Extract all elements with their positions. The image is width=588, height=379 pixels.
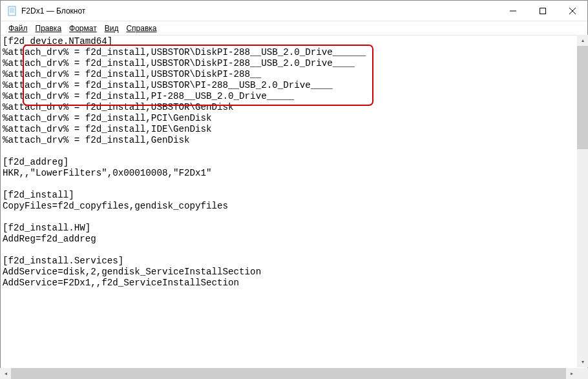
horizontal-scroll-thumb[interactable] bbox=[11, 368, 566, 379]
scroll-down-arrow-icon[interactable]: ▾ bbox=[577, 356, 588, 367]
vertical-scroll-thumb[interactable] bbox=[577, 46, 588, 149]
scroll-left-arrow-icon[interactable]: ◂ bbox=[0, 368, 11, 379]
window-controls bbox=[498, 1, 587, 21]
editor-text[interactable]: [f2d_device.NTamd64] %attach_drv% = f2d_… bbox=[1, 36, 587, 367]
close-button[interactable] bbox=[558, 1, 587, 21]
menu-file[interactable]: Файл bbox=[5, 23, 32, 34]
maximize-button[interactable] bbox=[528, 1, 558, 21]
svg-line-7 bbox=[569, 8, 576, 14]
window-title: F2Dx1 — Блокнот bbox=[21, 6, 498, 15]
horizontal-scrollbar[interactable]: ◂ ▸ bbox=[0, 368, 577, 379]
menu-help[interactable]: Справка bbox=[122, 23, 160, 34]
menu-view[interactable]: Вид bbox=[101, 23, 123, 34]
vertical-scrollbar[interactable]: ▴ ▾ bbox=[577, 35, 588, 367]
scroll-corner bbox=[577, 368, 588, 379]
menubar: Файл Правка Формат Вид Справка bbox=[1, 21, 587, 36]
app-icon bbox=[7, 6, 17, 16]
editor-area: [f2d_device.NTamd64] %attach_drv% = f2d_… bbox=[1, 36, 587, 367]
menu-edit[interactable]: Правка bbox=[32, 23, 66, 34]
scroll-right-arrow-icon[interactable]: ▸ bbox=[566, 368, 577, 379]
svg-rect-6 bbox=[540, 8, 546, 14]
svg-line-8 bbox=[569, 8, 576, 14]
menu-format[interactable]: Формат bbox=[65, 23, 101, 34]
scroll-up-arrow-icon[interactable]: ▴ bbox=[577, 35, 588, 46]
window-titlebar: F2Dx1 — Блокнот bbox=[1, 1, 587, 21]
minimize-button[interactable] bbox=[498, 1, 528, 21]
